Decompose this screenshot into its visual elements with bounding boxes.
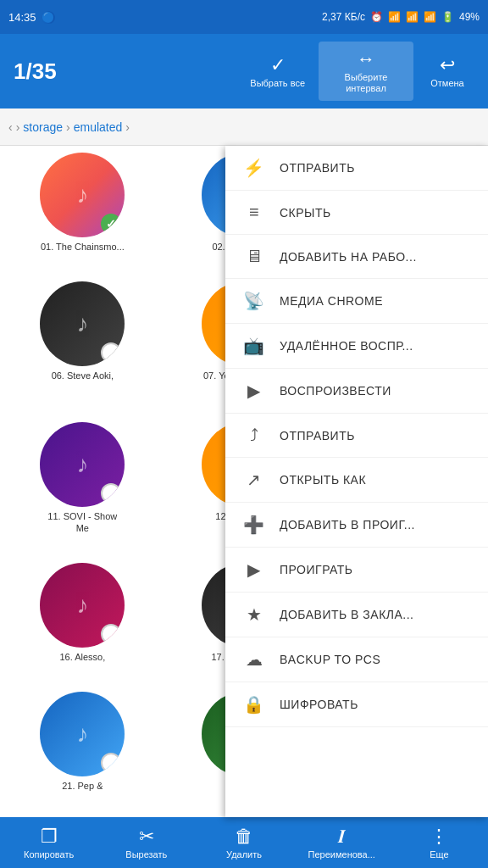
file-name: 16. Alesso, — [59, 651, 105, 663]
backup-icon: ☁ — [242, 649, 266, 670]
file-name: 21. Pep & — [62, 780, 103, 792]
encrypt-icon: 🔒 — [242, 694, 266, 715]
menu-item-open_as[interactable]: ↗ОТКРЫТЬ КАК — [225, 458, 488, 503]
hide-label: СКРЫТЬ — [280, 206, 331, 220]
send_power-icon: ⚡ — [242, 158, 266, 178]
menu-item-encrypt[interactable]: 🔒ШИФРОВАТЬ — [225, 682, 488, 727]
file-name: 01. The Chainsmo... — [41, 241, 125, 253]
breadcrumb: ‹ › storage › emulated › — [0, 108, 488, 146]
list-item[interactable]: ♪16. Alesso, — [3, 559, 162, 685]
unselected-radio — [101, 624, 121, 644]
add_playlist-label: ДОБАВИТЬ В ПРОИГ... — [280, 518, 415, 531]
selected-check-icon: ✓ — [101, 214, 121, 234]
add_desktop-icon: 🖥 — [242, 247, 266, 266]
select-interval-label: Выберите интервал — [332, 72, 400, 94]
rename-button[interactable]: 𝑰 Переименова... — [293, 817, 391, 868]
cancel-label: Отмена — [430, 78, 463, 88]
unselected-radio — [101, 483, 121, 504]
list-item[interactable]: ♪06. Steve Aoki, — [3, 278, 162, 415]
signal-icon2: 📶 — [424, 11, 436, 23]
status-time: 14:35 — [8, 11, 36, 24]
play2-label: ПРОИГРАТЬ — [280, 563, 353, 576]
remote_play-icon: 📺 — [242, 336, 266, 356]
breadcrumb-emulated[interactable]: emulated — [74, 120, 123, 134]
delete-label: Удалить — [226, 849, 262, 860]
encrypt-label: ШИФРОВАТЬ — [280, 698, 358, 711]
copy-button[interactable]: ❐ Копировать — [0, 817, 97, 868]
signal-icon: 📶 — [406, 11, 419, 23]
unselected-radio — [101, 753, 121, 773]
menu-item-media_chrome[interactable]: 📡МЕДИА CHROME — [225, 279, 488, 324]
rename-label: Переименова... — [308, 849, 375, 860]
delete-icon: 🗑 — [235, 826, 253, 848]
battery-level: 49% — [459, 11, 480, 23]
toolbar: 1/35 ✓ Выбрать все ↔ Выберите интервал ↩… — [0, 34, 488, 108]
menu-item-backup[interactable]: ☁BACKUP TO PCS — [225, 637, 488, 682]
menu-item-bookmark[interactable]: ★ДОБАВИТЬ В ЗАКЛА... — [225, 593, 488, 637]
menu-item-add_playlist[interactable]: ➕ДОБАВИТЬ В ПРОИГ... — [225, 503, 488, 548]
cancel-button[interactable]: ↩ Отмена — [413, 42, 481, 101]
play2-icon: ▶ — [242, 559, 266, 580]
cut-icon: ✂ — [139, 826, 154, 848]
media_chrome-icon: 📡 — [242, 291, 266, 311]
copy-icon: ❐ — [41, 826, 58, 848]
delete-button[interactable]: 🗑 Удалить — [195, 817, 292, 868]
select-interval-button[interactable]: ↔ Выберите интервал — [319, 42, 413, 101]
bookmark-label: ДОБАВИТЬ В ЗАКЛА... — [280, 608, 414, 621]
bookmark-icon: ★ — [242, 604, 266, 625]
remote_play-label: УДАЛЁННОЕ ВОСПР... — [280, 339, 413, 353]
select-all-button[interactable]: ✓ Выбрать все — [236, 42, 319, 101]
chevron-right-3: › — [125, 120, 130, 134]
file-thumbnail: ♪ — [40, 281, 125, 366]
file-name: 06. Steve Aoki, — [52, 370, 114, 381]
cut-button[interactable]: ✂ Вырезать — [97, 817, 195, 868]
list-item[interactable]: ♪11. SOVI - Show Me — [3, 419, 162, 556]
menu-item-play2[interactable]: ▶ПРОИГРАТЬ — [225, 548, 488, 593]
select-all-label: Выбрать все — [250, 78, 305, 88]
add_playlist-icon: ➕ — [242, 515, 266, 535]
interval-icon: ↔ — [357, 48, 375, 70]
file-thumbnail: ♪ — [40, 563, 125, 648]
main-content: ♪✓01. The Chainsmo...♪02. Ofenbach...♪03… — [0, 146, 488, 817]
play-icon: ▶ — [242, 381, 266, 401]
chevron-right-2: › — [66, 120, 70, 134]
selection-count: 1/35 — [7, 58, 236, 85]
menu-item-add_desktop[interactable]: 🖥ДОБАВИТЬ НА РАБО... — [225, 235, 488, 279]
chevron-left: ‹ — [8, 120, 13, 134]
file-thumbnail: ♪✓ — [40, 153, 125, 237]
backup-label: BACKUP TO PCS — [280, 653, 380, 666]
status-icon: 🔵 — [42, 11, 55, 24]
rename-icon: 𝑰 — [338, 826, 346, 848]
menu-item-hide[interactable]: ≡СКРЫТЬ — [225, 191, 488, 235]
menu-item-send_power[interactable]: ⚡ОТПРАВИТЬ — [225, 146, 488, 191]
menu-item-remote_play[interactable]: 📺УДАЛЁННОЕ ВОСПР... — [225, 324, 488, 369]
list-item[interactable]: ♪21. Pep & — [3, 688, 162, 814]
open_as-icon: ↗ — [242, 470, 266, 490]
more-button[interactable]: ⋮ Еще — [391, 817, 488, 868]
chevron-right-1: › — [16, 120, 20, 134]
list-item[interactable]: ♪✓01. The Chainsmo... — [3, 149, 162, 275]
status-bar: 14:35 🔵 2,37 КБ/с ⏰ 📶 📶 📶 🔋 49% — [0, 0, 488, 34]
share-icon: ⤴ — [242, 426, 266, 445]
breadcrumb-storage[interactable]: storage — [23, 120, 63, 134]
menu-item-play[interactable]: ▶ВОСПРОИЗВЕСТИ — [225, 369, 488, 414]
context-menu: ⚡ОТПРАВИТЬ≡СКРЫТЬ🖥ДОБАВИТЬ НА РАБО...📡МЕ… — [225, 146, 488, 817]
alarm-icon: ⏰ — [370, 11, 383, 23]
file-thumbnail: ♪ — [40, 692, 125, 776]
play-label: ВОСПРОИЗВЕСТИ — [280, 384, 391, 398]
menu-item-share[interactable]: ⤴ОТПРАВИТЬ — [225, 414, 488, 458]
share-label: ОТПРАВИТЬ — [280, 429, 355, 442]
unselected-radio — [101, 342, 121, 363]
file-thumbnail: ♪ — [40, 422, 125, 507]
back-icon: ↩ — [440, 54, 455, 76]
open_as-label: ОТКРЫТЬ КАК — [280, 473, 366, 487]
send_power-label: ОТПРАВИТЬ — [280, 161, 355, 175]
bottom-bar: ❐ Копировать ✂ Вырезать 🗑 Удалить 𝑰 Пере… — [0, 817, 488, 868]
add_desktop-label: ДОБАВИТЬ НА РАБО... — [280, 250, 417, 264]
battery-icon: 🔋 — [441, 11, 454, 23]
network-speed: 2,37 КБ/с — [322, 11, 365, 23]
check-icon: ✓ — [270, 54, 286, 76]
more-label: Еще — [430, 849, 448, 860]
hide-icon: ≡ — [242, 203, 266, 222]
file-name: 11. SOVI - Show Me — [40, 510, 125, 535]
